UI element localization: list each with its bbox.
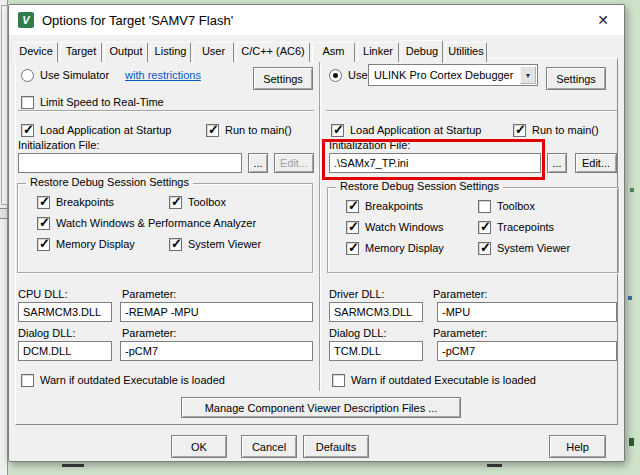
splitter-handle[interactable] [0,208,7,219]
memory-display-checkbox-right[interactable] [346,242,359,255]
background-artifact [62,464,84,467]
scrollbar-thumb[interactable] [1,5,8,205]
load-app-option-left[interactable]: Load Application at Startup [21,123,171,137]
with-restrictions-link[interactable]: with restrictions [125,69,201,81]
watch-windows-option-left[interactable]: Watch Windows & Performance Analyzer [37,216,256,230]
restore-group-title-left: Restore Debug Session Settings [26,176,193,188]
toolbox-option-right[interactable]: Toolbox [478,199,535,213]
background-scrollbar[interactable] [0,0,8,475]
breakpoints-checkbox-right[interactable] [346,200,359,213]
warn-outdated-option-left[interactable]: Warn if outdated Executable is loaded [21,373,225,387]
dialog-parameter-label-right: Parameter: [433,327,487,339]
tracepoints-checkbox[interactable] [478,221,491,234]
chevron-down-icon[interactable]: ▼ [520,66,536,84]
run-to-main-option-right[interactable]: Run to main() [513,123,599,137]
help-button[interactable]: Help [549,435,606,458]
close-icon[interactable]: ✕ [594,11,612,29]
background-artifact [628,296,632,300]
system-viewer-option-left[interactable]: System Viewer [169,237,261,251]
cancel-button[interactable]: Cancel [241,435,297,458]
memory-display-checkbox-left[interactable] [37,238,50,251]
watch-windows-checkbox-right[interactable] [346,221,359,234]
breakpoints-option-left[interactable]: Breakpoints [37,195,114,209]
warn-outdated-label: Warn if outdated Executable is loaded [40,374,225,386]
load-app-label: Load Application at Startup [40,124,171,136]
toolbox-checkbox-right[interactable] [478,200,491,213]
watch-windows-option-right[interactable]: Watch Windows [346,220,443,234]
run-to-main-checkbox-right[interactable] [513,124,526,137]
defaults-button[interactable]: Defaults [303,435,369,458]
options-dialog: V Options for Target 'SAMV7 Flash' ✕ Dev… [8,4,625,462]
cpu-parameter-input[interactable] [120,302,313,322]
annotation-red-box [322,139,545,180]
debugger-select[interactable]: ULINK Pro Cortex Debugger ▼ [368,64,538,86]
ok-button[interactable]: OK [171,435,227,458]
system-viewer-option-right[interactable]: System Viewer [478,241,570,255]
use-debugger-option[interactable]: Use: [329,68,371,82]
load-app-option-right[interactable]: Load Application at Startup [331,123,481,137]
debug-tab-page: Use Simulator with restrictions Settings… [15,58,618,425]
breakpoints-checkbox-left[interactable] [37,196,50,209]
tab-user[interactable]: User [193,42,234,62]
init-file-edit-button-right[interactable]: Edit... [575,153,617,173]
run-to-main-label: Run to main() [225,124,292,136]
toolbox-option-left[interactable]: Toolbox [169,195,226,209]
watch-windows-label: Watch Windows & Performance Analyzer [56,217,256,229]
tab-strip: Device Target Output Listing User C/C++ … [14,39,487,62]
driver-parameter-input[interactable] [437,302,617,322]
warn-outdated-checkbox-right[interactable] [332,374,345,387]
warn-outdated-option-right[interactable]: Warn if outdated Executable is loaded [332,373,536,387]
use-simulator-option[interactable]: Use Simulator with restrictions [21,68,201,82]
run-to-main-checkbox-left[interactable] [206,124,219,137]
limit-speed-option[interactable]: Limit Speed to Real-Time [21,95,164,109]
memory-display-label: Memory Display [56,238,135,250]
dialog-dll-input-right[interactable] [329,341,423,361]
right-separator [326,110,617,112]
tab-cc-ac6[interactable]: C/C++ (AC6) [236,42,310,62]
simulator-settings-button[interactable]: Settings [253,67,313,90]
manage-component-viewer-button[interactable]: Manage Component Viewer Description File… [181,397,461,418]
use-debugger-radio[interactable] [329,69,342,82]
init-file-browse-button-left[interactable]: ... [248,153,268,173]
dialog-parameter-input-left[interactable] [120,341,313,361]
tab-utilities[interactable]: Utilities [445,42,487,62]
run-to-main-option-left[interactable]: Run to main() [206,123,292,137]
system-viewer-checkbox-right[interactable] [478,242,491,255]
background-artifact [630,188,634,192]
breakpoints-option-right[interactable]: Breakpoints [346,199,423,213]
load-app-checkbox-left[interactable] [21,124,34,137]
use-simulator-radio[interactable] [21,69,34,82]
toolbox-label-right: Toolbox [497,200,535,212]
tab-listing[interactable]: Listing [150,42,191,62]
tracepoints-option[interactable]: Tracepoints [478,220,554,234]
watch-windows-checkbox-left[interactable] [37,217,50,230]
init-file-browse-button-right[interactable]: ... [547,153,567,173]
cpu-dll-input[interactable] [18,302,112,322]
warn-outdated-checkbox-left[interactable] [21,374,34,387]
tab-linker[interactable]: Linker [357,42,399,62]
dialog-parameter-label-left: Parameter: [122,327,176,339]
toolbox-checkbox-left[interactable] [169,196,182,209]
debugger-settings-button[interactable]: Settings [546,67,606,90]
tab-asm[interactable]: Asm [312,42,355,62]
memory-display-label-right: Memory Display [365,242,444,254]
load-app-checkbox-right[interactable] [331,124,344,137]
system-viewer-checkbox-left[interactable] [169,238,182,251]
memory-display-option-left[interactable]: Memory Display [37,237,135,251]
tab-target[interactable]: Target [60,42,102,62]
memory-display-option-right[interactable]: Memory Display [346,241,444,255]
tab-device[interactable]: Device [14,42,58,62]
init-file-input-left[interactable] [18,153,242,173]
warn-outdated-label-right: Warn if outdated Executable is loaded [351,374,536,386]
toolbox-label: Toolbox [188,196,226,208]
dialog-dll-input-left[interactable] [18,341,112,361]
restore-group-title-right: Restore Debug Session Settings [336,180,503,192]
column-divider [319,61,321,391]
driver-dll-input[interactable] [329,302,423,322]
load-app-label-right: Load Application at Startup [350,124,481,136]
dialog-parameter-input-right[interactable] [437,341,617,361]
tab-output[interactable]: Output [104,42,148,62]
tab-debug[interactable]: Debug [401,40,443,63]
limit-speed-checkbox[interactable] [21,96,34,109]
dialog-dll-label-right: Dialog DLL: [329,327,386,339]
